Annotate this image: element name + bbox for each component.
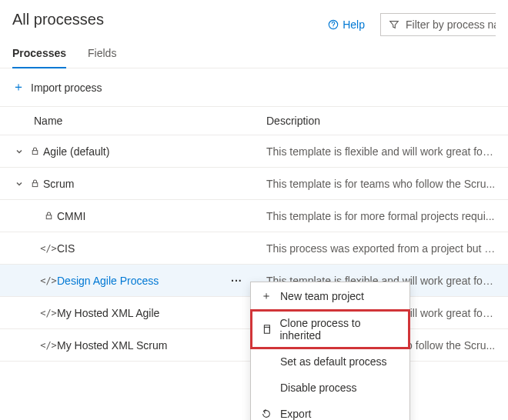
tab-fields[interactable]: Fields [88,47,116,68]
help-link[interactable]: Help [328,18,365,31]
col-header-name[interactable]: Name [12,115,266,127]
import-process-button[interactable]: ＋ Import process [12,79,102,95]
ctx-new-team-project[interactable]: ＋ New team project [251,282,409,310]
process-name: Scrum [43,178,74,190]
filter-placeholder: Filter by process name [406,18,496,31]
chevron-down-icon[interactable] [12,145,26,158]
process-name: CMMI [57,210,85,222]
process-name: Agile (default) [43,145,109,158]
table-row[interactable]: Agile (default)This template is flexible… [0,135,508,168]
ctx-clone-to-inherited[interactable]: Clone process to inherited [251,310,409,348]
svg-rect-2 [32,151,38,155]
table-row[interactable]: ScrumThis template is for teams who foll… [0,168,508,200]
tab-bar: Processes Fields [0,36,508,68]
help-label: Help [343,18,365,31]
help-icon [328,19,339,30]
context-menu: ＋ New team project Clone process to inhe… [250,282,410,362]
import-label: Import process [31,82,102,94]
chevron-down-icon[interactable] [12,178,26,190]
svg-rect-3 [32,183,38,187]
svg-rect-5 [264,327,269,333]
table-row[interactable]: CMMIThis template is for more formal pro… [0,200,508,232]
process-name: My Hosted XML Scrum [57,339,167,352]
code-icon: </> [40,340,57,351]
process-name[interactable]: Design Agile Process [57,275,159,287]
lock-icon [26,146,43,156]
lock-icon [40,211,57,221]
tab-processes[interactable]: Processes [12,47,66,68]
process-description: This process was exported from a project… [266,242,496,255]
plus-icon: ＋ [12,79,25,95]
table-header: Name Description [0,106,508,135]
more-actions-button[interactable]: ··· [231,275,242,287]
table-row[interactable]: </>CISThis process was exported from a p… [0,232,508,265]
lock-icon [26,178,43,188]
process-name: CIS [57,242,75,255]
plus-icon: ＋ [260,289,272,303]
filter-icon [389,19,399,30]
code-icon: </> [40,275,57,286]
code-icon: </> [40,308,57,318]
filter-input[interactable]: Filter by process name [380,13,496,36]
svg-rect-4 [46,215,52,219]
clone-icon [260,324,272,335]
code-icon: </> [40,243,57,254]
ctx-set-default[interactable]: Set as default process [251,348,409,362]
col-header-description[interactable]: Description [266,115,496,127]
process-description: This template is flexible and will work … [266,145,496,158]
process-description: This template is for teams who follow th… [266,178,496,190]
process-name: My Hosted XML Agile [57,307,159,319]
process-description: This template is for more formal project… [266,210,496,222]
svg-point-1 [333,27,334,28]
